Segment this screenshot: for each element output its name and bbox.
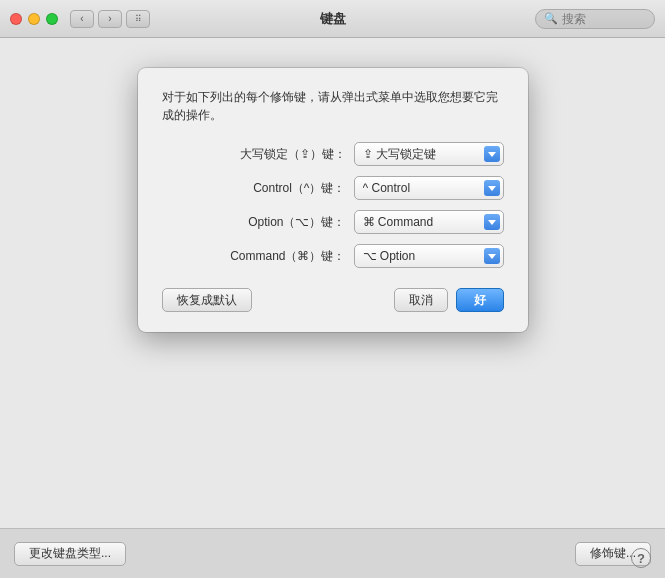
- search-input[interactable]: [562, 12, 652, 26]
- control-select[interactable]: ⇪ 大写锁定键 ^ Control ⌘ Command ⌥ Option ⌦ 功…: [354, 176, 504, 200]
- restore-defaults-button[interactable]: 恢复成默认: [162, 288, 252, 312]
- nav-buttons: ‹ ›: [70, 10, 122, 28]
- traffic-lights: [10, 13, 58, 25]
- change-keyboard-type-button[interactable]: 更改键盘类型...: [14, 542, 126, 566]
- close-button[interactable]: [10, 13, 22, 25]
- help-button[interactable]: ?: [631, 548, 651, 568]
- grid-button[interactable]: ⠿: [126, 10, 150, 28]
- search-box[interactable]: 🔍: [535, 9, 655, 29]
- minimize-button[interactable]: [28, 13, 40, 25]
- command-select[interactable]: ⇪ 大写锁定键 ^ Control ⌘ Command ⌥ Option ⌦ 功…: [354, 244, 504, 268]
- control-select-wrapper[interactable]: ⇪ 大写锁定键 ^ Control ⌘ Command ⌥ Option ⌦ 功…: [354, 176, 504, 200]
- option-select[interactable]: ⇪ 大写锁定键 ^ Control ⌘ Command ⌥ Option ⌦ 功…: [354, 210, 504, 234]
- modal-right-buttons: 取消 好: [394, 288, 504, 312]
- forward-button[interactable]: ›: [98, 10, 122, 28]
- command-select-wrapper[interactable]: ⇪ 大写锁定键 ^ Control ⌘ Command ⌥ Option ⌦ 功…: [354, 244, 504, 268]
- search-icon: 🔍: [544, 12, 558, 25]
- back-button[interactable]: ‹: [70, 10, 94, 28]
- capslock-select-wrapper[interactable]: ⇪ 大写锁定键 ^ Control ⌘ Command ⌥ Option ⌦ 功…: [354, 142, 504, 166]
- window-title: 键盘: [320, 10, 346, 28]
- bottom-bar: 更改键盘类型... 修饰键...: [0, 528, 665, 578]
- main-content: 对于如下列出的每个修饰键，请从弹出式菜单中选取您想要它完成的操作。 大写锁定（⇪…: [0, 38, 665, 578]
- option-select-wrapper[interactable]: ⇪ 大写锁定键 ^ Control ⌘ Command ⌥ Option ⌦ 功…: [354, 210, 504, 234]
- modal-dialog: 对于如下列出的每个修饰键，请从弹出式菜单中选取您想要它完成的操作。 大写锁定（⇪…: [138, 68, 528, 332]
- capslock-select[interactable]: ⇪ 大写锁定键 ^ Control ⌘ Command ⌥ Option ⌦ 功…: [354, 142, 504, 166]
- titlebar: ‹ › ⠿ 键盘 🔍: [0, 0, 665, 38]
- cancel-button[interactable]: 取消: [394, 288, 448, 312]
- modifier-row-option: Option（⌥）键： ⇪ 大写锁定键 ^ Control ⌘ Command …: [162, 210, 504, 234]
- modifier-row-capslock: 大写锁定（⇪）键： ⇪ 大写锁定键 ^ Control ⌘ Command ⌥ …: [162, 142, 504, 166]
- modal-description: 对于如下列出的每个修饰键，请从弹出式菜单中选取您想要它完成的操作。: [162, 88, 504, 124]
- modifier-row-command: Command（⌘）键： ⇪ 大写锁定键 ^ Control ⌘ Command…: [162, 244, 504, 268]
- maximize-button[interactable]: [46, 13, 58, 25]
- capslock-label: 大写锁定（⇪）键：: [240, 146, 346, 163]
- option-label: Option（⌥）键：: [248, 214, 345, 231]
- modifier-rows: 大写锁定（⇪）键： ⇪ 大写锁定键 ^ Control ⌘ Command ⌥ …: [162, 142, 504, 268]
- modal-buttons: 恢复成默认 取消 好: [162, 288, 504, 312]
- modifier-row-control: Control（^）键： ⇪ 大写锁定键 ^ Control ⌘ Command…: [162, 176, 504, 200]
- command-label: Command（⌘）键：: [230, 248, 345, 265]
- control-label: Control（^）键：: [253, 180, 345, 197]
- ok-button[interactable]: 好: [456, 288, 504, 312]
